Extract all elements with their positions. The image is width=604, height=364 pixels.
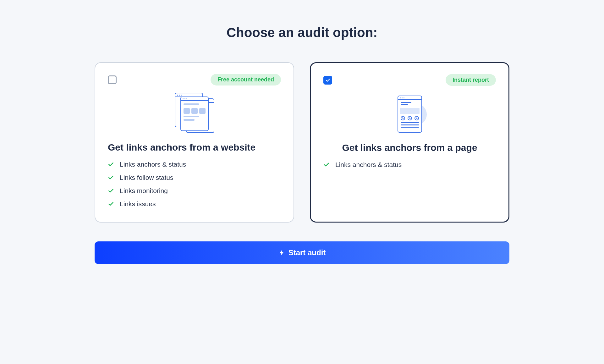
feature-text: Links monitoring [120,187,168,195]
feature-item: Links monitoring [108,187,281,195]
page-title: Choose an audit option: [95,25,509,40]
check-icon [108,161,114,168]
card-header: Instant report [323,74,496,86]
card-title-website: Get links anchors from a website [108,142,281,153]
check-icon [323,162,330,168]
audit-option-container: Choose an audit option: Free account nee… [95,25,509,264]
audit-option-page-card[interactable]: Instant report Get links anchors from a … [310,62,509,223]
badge-free-account: Free account needed [211,74,281,85]
start-audit-button[interactable]: Start audit [95,241,509,264]
feature-text: Links follow status [120,174,173,181]
multi-page-icon [180,97,209,131]
website-illustration [108,92,281,136]
feature-item: Links follow status [108,174,281,181]
feature-item: Links anchors & status [108,161,281,168]
feature-text: Links issues [120,200,156,208]
audit-option-website-card[interactable]: Free account needed [95,62,294,223]
bolt-icon [278,249,285,256]
feature-item: Links issues [108,200,281,208]
check-icon [108,174,114,181]
feature-text: Links anchors & status [335,161,402,168]
badge-instant-report: Instant report [446,74,496,86]
feature-list: Links anchors & status Links follow stat… [108,161,281,208]
check-icon [108,201,114,207]
check-icon [108,188,114,194]
single-page-icon [398,96,422,133]
option-checkbox-unchecked[interactable] [108,75,117,84]
audit-option-cards: Free account needed [95,62,509,223]
option-checkbox-checked[interactable] [323,76,332,85]
feature-text: Links anchors & status [120,161,186,168]
start-audit-label: Start audit [288,248,326,257]
card-title-page: Get links anchors from a page [323,142,496,153]
card-header: Free account needed [108,74,281,85]
feature-list: Links anchors & status [323,161,496,168]
feature-item: Links anchors & status [323,161,496,168]
page-illustration [323,92,496,136]
